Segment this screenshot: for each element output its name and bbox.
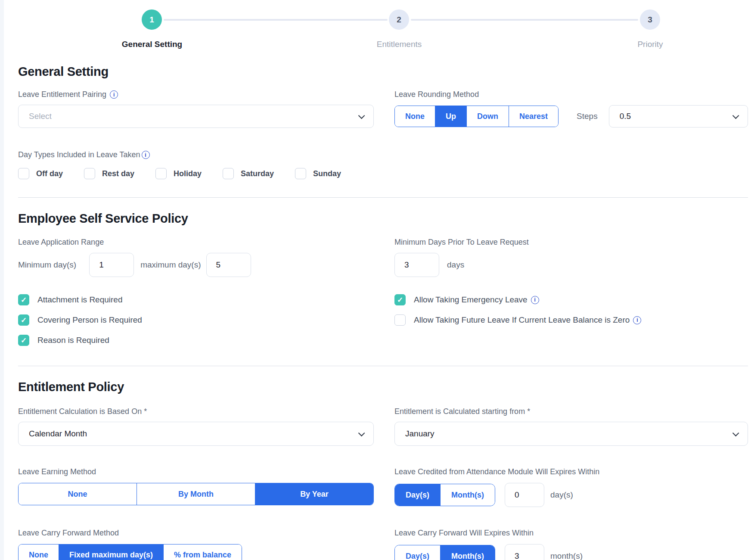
- chevron-down-icon: [732, 429, 739, 436]
- label-text: Leave Credited from Attendance Module Wi…: [394, 467, 599, 476]
- label-text: Leave Entitlement Pairing: [18, 90, 106, 99]
- emergency-leave-row: Allow Taking Emergency Leave i: [394, 294, 748, 305]
- checkbox-label: Reason is Required: [37, 336, 109, 345]
- checkbox[interactable]: [18, 314, 29, 326]
- calc-based-on-label: Entitlement Calculation is Based On *: [18, 407, 374, 416]
- daytype-off-day: Off day: [18, 168, 63, 179]
- checkbox[interactable]: [295, 168, 306, 179]
- calc-based-on-select[interactable]: Calendar Month: [18, 422, 374, 446]
- leave-earning-method-field: Leave Earning Method None By Month By Ye…: [18, 467, 374, 507]
- label-text: Leave Earning Method: [18, 467, 96, 476]
- earning-option-by-month[interactable]: By Month: [137, 483, 255, 505]
- label-text: Leave Rounding Method: [394, 90, 479, 99]
- label-text: Entitlement Calculation is Based On *: [18, 407, 147, 416]
- min-days-prior-input[interactable]: [394, 253, 439, 277]
- carry-unit-days[interactable]: Day(s): [395, 545, 441, 560]
- maximum-days-label: maximum day(s): [140, 260, 201, 270]
- days-suffix: days: [447, 260, 464, 270]
- select-value: Calendar Month: [29, 429, 358, 439]
- credited-expiry-field: Leave Credited from Attendance Module Wi…: [394, 467, 748, 507]
- minimum-days-label: Minimum day(s): [18, 260, 76, 270]
- reason-required-row: Reason is Required: [18, 335, 374, 346]
- minimum-days-input[interactable]: [89, 253, 134, 277]
- earning-option-by-year[interactable]: By Year: [255, 483, 373, 505]
- credited-expiry-label: Leave Credited from Attendance Module Wi…: [394, 467, 748, 476]
- leave-entitlement-pairing-field: Leave Entitlement Pairing i Select: [18, 90, 374, 128]
- checkbox-label: Rest day: [102, 169, 134, 178]
- leave-settings-page: 1 2 3 General Setting Entitlements Prior…: [0, 0, 751, 560]
- info-icon[interactable]: i: [633, 316, 641, 324]
- credited-expiry-unit-group: Day(s) Month(s): [394, 484, 495, 506]
- checkbox-label: Allow Taking Emergency Leave i: [414, 295, 539, 305]
- carry-option-percent-balance[interactable]: % from balance: [164, 544, 242, 560]
- chevron-down-icon: [732, 112, 739, 119]
- info-icon[interactable]: i: [110, 90, 118, 99]
- carry-forward-method-label: Leave Carry Forward Method: [18, 529, 374, 538]
- self-service-right-checks: Allow Taking Emergency Leave i Allow Tak…: [394, 294, 748, 346]
- label-text: Day Types Included in Leave Taken: [18, 150, 140, 159]
- stepper-connector: [164, 19, 388, 21]
- daytype-rest-day: Rest day: [84, 168, 134, 179]
- credited-unit-months[interactable]: Month(s): [441, 484, 495, 506]
- info-icon[interactable]: i: [142, 151, 150, 159]
- rounding-option-none[interactable]: None: [395, 106, 435, 127]
- maximum-days-input[interactable]: [206, 253, 251, 277]
- carry-forward-method-field: Leave Carry Forward Method None Fixed ma…: [18, 529, 374, 560]
- step-3-circle[interactable]: 3: [640, 9, 660, 30]
- leave-entitlement-pairing-select[interactable]: Select: [18, 105, 374, 128]
- checkbox[interactable]: [394, 294, 406, 305]
- carry-forward-expiry-unit-group: Day(s) Month(s): [394, 545, 495, 560]
- checkbox-label: Holiday: [174, 169, 202, 178]
- checkbox[interactable]: [84, 168, 95, 179]
- carry-forward-method-group: None Fixed maximum day(s) % from balance: [18, 544, 242, 560]
- self-service-left-checks: Attachment is Required Covering Person i…: [18, 294, 374, 346]
- step-1-circle[interactable]: 1: [142, 9, 162, 30]
- carry-forward-expiry-suffix: month(s): [550, 551, 583, 560]
- min-days-prior-label: Minimum Days Prior To Leave Request: [394, 238, 748, 247]
- chevron-down-icon: [358, 429, 365, 436]
- rounding-option-nearest[interactable]: Nearest: [509, 106, 558, 127]
- carry-forward-expiry-field: Leave Carry Forward Will Expires Within …: [394, 529, 748, 560]
- info-icon[interactable]: i: [531, 296, 539, 304]
- checkbox-label: Covering Person is Required: [37, 315, 142, 325]
- carry-option-fixed-max[interactable]: Fixed maximum day(s): [59, 544, 164, 560]
- checkbox-label: Off day: [36, 169, 63, 178]
- step-3-label: Priority: [581, 40, 719, 49]
- daytype-holiday: Holiday: [155, 168, 202, 179]
- checkbox[interactable]: [18, 294, 29, 305]
- checkbox[interactable]: [223, 168, 234, 179]
- steps-value: 0.5: [620, 112, 732, 121]
- label-text: Leave Application Range: [18, 238, 104, 247]
- leave-rounding-method-group: None Up Down Nearest: [394, 106, 559, 127]
- steps-select[interactable]: 0.5: [609, 105, 748, 128]
- calc-start-select[interactable]: January: [394, 422, 748, 446]
- step-2-circle[interactable]: 2: [389, 9, 409, 30]
- calc-based-on-field: Entitlement Calculation is Based On * Ca…: [18, 407, 374, 446]
- stepper-connector: [411, 19, 638, 21]
- carry-unit-months[interactable]: Month(s): [441, 545, 495, 560]
- general-setting-title: General Setting: [18, 65, 748, 79]
- checkbox-label: Sunday: [313, 169, 341, 178]
- section-divider: [18, 197, 748, 198]
- rounding-option-up[interactable]: Up: [435, 106, 467, 127]
- select-value: January: [405, 429, 732, 439]
- checkbox[interactable]: [18, 335, 29, 346]
- carry-forward-expiry-input[interactable]: [505, 544, 544, 560]
- checkbox[interactable]: [394, 314, 406, 326]
- day-types-options: Off day Rest day Holiday Saturday Sunday: [18, 168, 748, 179]
- self-service-title: Employee Self Service Policy: [18, 212, 748, 226]
- credited-unit-days[interactable]: Day(s): [395, 484, 441, 506]
- carry-option-none[interactable]: None: [19, 544, 59, 560]
- daytype-saturday: Saturday: [223, 168, 274, 179]
- checkbox-label: Saturday: [241, 169, 274, 178]
- leave-earning-method-label: Leave Earning Method: [18, 467, 374, 476]
- leave-earning-method-group: None By Month By Year: [18, 483, 374, 505]
- checkbox[interactable]: [18, 168, 29, 179]
- earning-option-none[interactable]: None: [19, 483, 137, 505]
- future-leave-row: Allow Taking Future Leave If Current Lea…: [394, 314, 748, 326]
- checkbox[interactable]: [155, 168, 167, 179]
- step-2-label: Entitlements: [330, 40, 468, 49]
- leave-application-range-label: Leave Application Range: [18, 238, 374, 247]
- rounding-option-down[interactable]: Down: [467, 106, 509, 127]
- credited-expiry-input[interactable]: [505, 483, 544, 507]
